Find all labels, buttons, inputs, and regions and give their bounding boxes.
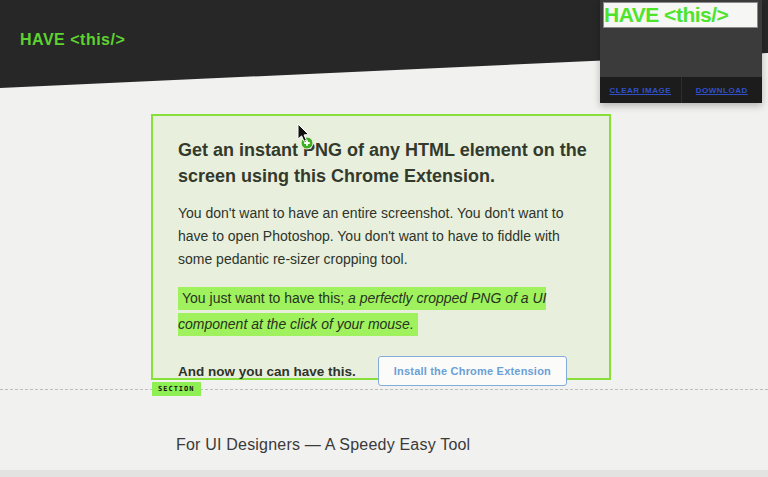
section-divider xyxy=(0,389,768,390)
popup-button-bar: CLEAR IMAGE DOWNLOAD xyxy=(600,77,762,103)
captured-image-text: HAVE <this/> xyxy=(604,3,757,27)
extension-popup: HAVE <this/> CLEAR IMAGE DOWNLOAD xyxy=(600,0,762,103)
hero-section: Get an instant PNG of any HTML element o… xyxy=(151,114,611,380)
page: HAVE <this/> HAVE <this/> CLEAR IMAGE DO… xyxy=(0,0,768,477)
clear-image-button[interactable]: CLEAR IMAGE xyxy=(600,77,682,103)
secondary-heading: For UI Designers — A Speedy Easy Tool xyxy=(176,436,470,454)
cta-label: And now you can have this. xyxy=(178,364,356,379)
captured-image-preview: HAVE <this/> xyxy=(603,2,758,28)
cursor-plus-icon xyxy=(294,123,318,151)
bottom-edge xyxy=(0,470,768,477)
site-logo[interactable]: HAVE <this/> xyxy=(20,31,125,49)
hero-highlight: You just want to have this; a perfectly … xyxy=(178,285,598,337)
install-extension-button[interactable]: Install the Chrome Extension xyxy=(378,356,567,386)
cta-row: And now you can have this. Install the C… xyxy=(178,356,583,386)
hero-content: Get an instant PNG of any HTML element o… xyxy=(153,116,609,386)
hero-paragraph: You don't want to have an entire screens… xyxy=(178,202,584,271)
download-button[interactable]: DOWNLOAD xyxy=(682,77,763,103)
highlight-mark: You just want to have this; a perfectly … xyxy=(178,287,546,336)
hero-heading: Get an instant PNG of any HTML element o… xyxy=(178,137,592,189)
section-tag: SECTION xyxy=(152,382,201,396)
highlight-regular-text: You just want to have this; xyxy=(182,290,348,306)
